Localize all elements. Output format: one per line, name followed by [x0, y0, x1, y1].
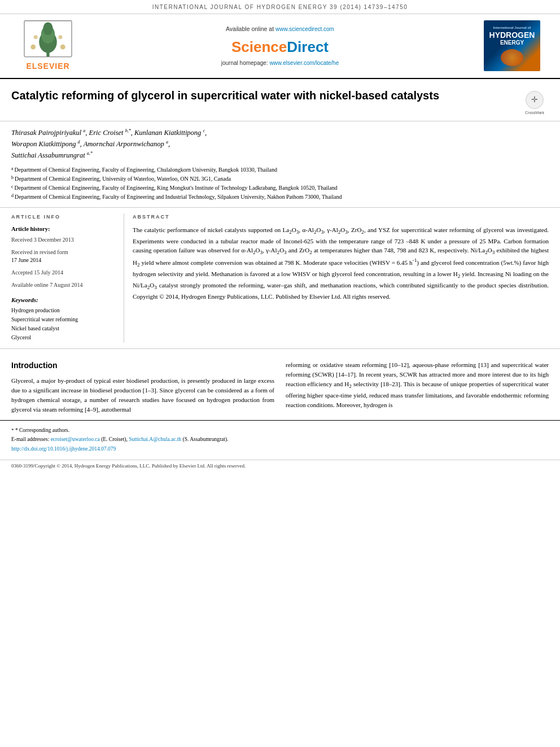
- keyword-2: Supercritical water reforming: [11, 316, 118, 324]
- article-info-heading: ARTICLE INFO: [11, 213, 118, 221]
- doi-link[interactable]: http://dx.doi.org/10.1016/j.ijhydene.201…: [11, 446, 116, 452]
- page-header: ELSEVIER Available online at www.science…: [0, 14, 560, 79]
- svg-point-7: [58, 35, 62, 39]
- abstract-text: The catalytic performance of nickel cata…: [133, 225, 549, 301]
- history-accepted: Accepted 15 July 2014: [11, 269, 118, 277]
- journal-cover-title: International Journal of HYDROGEN ENERGY: [489, 25, 535, 46]
- journal-cover-image: International Journal of HYDROGEN ENERGY: [484, 20, 540, 71]
- article-title: Catalytic reforming of glycerol in super…: [11, 88, 515, 103]
- keyword-1: Hydrogen production: [11, 307, 118, 314]
- affiliation-b: b Department of Chemical Engineering, Un…: [11, 174, 549, 183]
- article-title-section: Catalytic reforming of glycerol in super…: [0, 79, 560, 122]
- main-content-section: ARTICLE INFO Article history: Received 3…: [0, 208, 560, 349]
- copyright-bar: 0360-3199/Copyright © 2014, Hydrogen Ene…: [0, 460, 560, 472]
- header-center: Available online at www.sciencedirect.co…: [85, 25, 475, 67]
- authors-section: Thirasak Pairojpiriyakul a, Eric Croiset…: [0, 121, 560, 208]
- crossmark-area: ✛ CrossMark: [520, 91, 549, 116]
- body-left-column: Introduction Glycerol, a major by-produc…: [11, 360, 274, 414]
- sciencedirect-url[interactable]: www.sciencedirect.com: [275, 26, 334, 32]
- copyright-text: 0360-3199/Copyright © 2014, Hydrogen Ene…: [11, 463, 246, 469]
- introduction-left-text: Glycerol, a major by-product of typical …: [11, 376, 274, 414]
- journal-homepage-link[interactable]: www.elsevier.com/locate/he: [269, 60, 339, 66]
- introduction-heading: Introduction: [11, 360, 274, 372]
- history-available: Available online 7 August 2014: [11, 281, 118, 289]
- sciencedirect-logo: ScienceDirect: [231, 37, 329, 57]
- journal-homepage: journal homepage: www.elsevier.com/locat…: [221, 59, 339, 67]
- affiliation-d: d Department of Chemical Engineering, Fa…: [11, 193, 549, 201]
- email-line: E-mail addresses: ecroiset@uwaterloo.ca …: [11, 435, 549, 443]
- history-received1: Received 3 December 2013: [11, 236, 118, 244]
- crossmark-icon: ✛: [526, 91, 544, 109]
- introduction-right-text: reforming or oxidative steam reforming […: [286, 360, 549, 410]
- available-text: Available online at www.sciencedirect.co…: [226, 25, 334, 33]
- svg-point-3: [43, 22, 53, 35]
- abstract-heading: ABSTRACT: [133, 213, 549, 221]
- article-title-text: Catalytic reforming of glycerol in super…: [11, 88, 515, 103]
- article-history: Article history: Received 3 December 201…: [11, 225, 118, 289]
- journal-header-bar: INTERNATIONAL JOURNAL OF HYDROGEN ENERGY…: [0, 0, 560, 14]
- svg-point-4: [30, 45, 36, 50]
- corresponding-note: * * Corresponding authors.: [11, 426, 549, 435]
- journal-cover-area: International Journal of HYDROGEN ENERGY: [475, 20, 549, 71]
- keywords-section: Keywords: Hydrogen production Supercriti…: [11, 296, 118, 342]
- affiliations: a Department of Chemical Engineering, Fa…: [11, 165, 549, 201]
- elsevier-label: ELSEVIER: [26, 61, 69, 72]
- crossmark-label: CrossMark: [525, 110, 544, 116]
- body-section: Introduction Glycerol, a major by-produc…: [0, 349, 560, 420]
- svg-point-5: [60, 45, 65, 50]
- article-info-column: ARTICLE INFO Article history: Received 3…: [11, 213, 124, 343]
- affiliation-c: c Department of Chemical Engineering, Fa…: [11, 184, 549, 192]
- doi-line: http://dx.doi.org/10.1016/j.ijhydene.201…: [11, 445, 549, 453]
- keywords-heading: Keywords:: [11, 296, 118, 304]
- history-heading: Article history:: [11, 225, 118, 234]
- elsevier-tree-icon: [20, 20, 76, 59]
- email-assabumrungrat[interactable]: Suttichai.A@chula.ac.th: [129, 436, 181, 442]
- svg-point-6: [34, 35, 38, 39]
- journal-citation: INTERNATIONAL JOURNAL OF HYDROGEN ENERGY…: [152, 4, 408, 10]
- body-right-column: reforming or oxidative steam reforming […: [286, 360, 549, 414]
- keyword-4: Glycerol: [11, 334, 118, 342]
- abstract-column: ABSTRACT The catalytic performance of ni…: [133, 213, 549, 343]
- authors-line: Thirasak Pairojpiriyakul a, Eric Croiset…: [11, 127, 549, 161]
- footnotes-section: * * Corresponding authors. E-mail addres…: [0, 420, 560, 460]
- email-croiset[interactable]: ecroiset@uwaterloo.ca: [51, 436, 100, 442]
- history-received2: Received in revised form 17 June 2014: [11, 248, 118, 264]
- keyword-3: Nickel based catalyst: [11, 325, 118, 333]
- elsevier-logo: ELSEVIER: [11, 20, 85, 72]
- affiliation-a: a Department of Chemical Engineering, Fa…: [11, 165, 549, 174]
